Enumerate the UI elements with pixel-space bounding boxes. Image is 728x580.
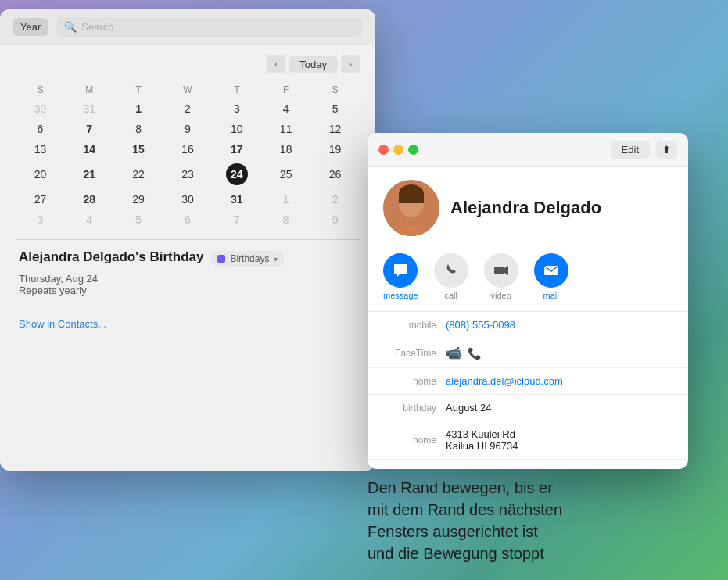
bottom-text-content: Den Rand bewegen, bis er mit dem Rand de…	[368, 479, 562, 562]
zoom-button[interactable]	[408, 145, 418, 155]
calendar-day[interactable]: 30	[16, 98, 65, 119]
message-icon	[383, 253, 418, 288]
mobile-row: mobile (808) 555-0098	[368, 312, 688, 338]
calendar-day[interactable]: 4	[261, 98, 310, 119]
search-icon: 🔍	[64, 21, 77, 33]
divider	[16, 239, 360, 240]
birthday-badge-label: Birthdays	[230, 253, 269, 264]
home-address-label: home	[383, 435, 446, 446]
calendar-day[interactable]: 17	[212, 139, 261, 159]
edit-button[interactable]: Edit	[611, 141, 650, 159]
calendar-day[interactable]: 4	[65, 209, 114, 230]
calendar-day[interactable]: 18	[261, 139, 310, 159]
today-button[interactable]: Today	[289, 56, 338, 73]
birthday-dot	[217, 255, 225, 263]
next-month-button[interactable]: ›	[341, 55, 360, 73]
mobile-label: mobile	[383, 320, 446, 331]
calendar-day[interactable]: 15	[114, 139, 163, 159]
facetime-call-icon[interactable]: 📞	[468, 347, 481, 360]
contact-details: mobile (808) 555-0098 FaceTime 📹 📞 home …	[368, 311, 688, 460]
calendar-day[interactable]: 12	[310, 119, 360, 139]
svg-marker-7	[504, 266, 508, 275]
calendar-titlebar: Year 🔍 Search	[0, 9, 375, 45]
calendar-day[interactable]: 13	[16, 139, 65, 159]
facetime-row: FaceTime 📹 📞	[368, 338, 688, 368]
search-placeholder: Search	[81, 21, 113, 33]
calendar-day[interactable]: 3	[212, 98, 261, 119]
birthday-row: birthday August 24	[368, 395, 688, 421]
day-header-mon: M	[65, 81, 114, 98]
calendar-day[interactable]: 1	[114, 98, 163, 119]
birthday-badge[interactable]: Birthdays ▾	[211, 251, 284, 267]
address-row: home 4313 Kuulei Rd Kailua HI 96734	[368, 421, 688, 460]
calendar-day[interactable]: 9	[163, 119, 213, 139]
svg-rect-3	[399, 194, 424, 203]
facetime-video-icon[interactable]: 📹	[446, 345, 461, 360]
search-bar: 🔍 Search	[56, 17, 363, 37]
email-value[interactable]: alejandra.del@icloud.com	[446, 375, 563, 387]
calendar-day[interactable]: 3	[16, 209, 65, 230]
calendar-day[interactable]: 8	[261, 209, 310, 230]
message-action-button[interactable]: message	[383, 253, 418, 300]
close-button[interactable]	[378, 145, 389, 155]
calendar-day[interactable]: 21	[65, 159, 114, 189]
calendar-day[interactable]: 6	[163, 209, 213, 230]
calendar-day[interactable]: 31	[212, 189, 261, 209]
calendar-day[interactable]: 14	[65, 139, 114, 159]
calendar-day[interactable]: 23	[163, 159, 213, 189]
minimize-button[interactable]	[393, 145, 403, 155]
calendar-day[interactable]: 27	[16, 189, 65, 209]
chevron-down-icon: ▾	[274, 255, 278, 263]
address-value: 4313 Kuulei Rd Kailua HI 96734	[446, 428, 518, 452]
year-button[interactable]: Year	[13, 18, 48, 36]
calendar-day[interactable]: 19	[310, 139, 360, 159]
day-header-tue: T	[114, 81, 163, 98]
calendar-day[interactable]: 31	[65, 98, 114, 119]
calendar-day[interactable]: 24	[212, 159, 261, 189]
calendar-day[interactable]: 5	[114, 209, 163, 230]
calendar-day[interactable]: 7	[65, 119, 114, 139]
calendar-grid: S M T W T F S 30311234567891011121314151…	[16, 81, 360, 230]
home-email-label: home	[383, 376, 446, 387]
calendar-day[interactable]: 5	[310, 98, 360, 119]
calendar-day[interactable]: 22	[114, 159, 163, 189]
event-date: Thursday, Aug 24	[19, 273, 357, 285]
day-header-thu: T	[212, 81, 261, 98]
email-row: home alejandra.del@icloud.com	[368, 368, 688, 395]
message-action-label: message	[383, 291, 418, 300]
birthday-label: birthday	[383, 403, 446, 414]
calendar-day[interactable]: 28	[65, 189, 114, 209]
call-icon	[434, 253, 468, 288]
calendar-body: ‹ Today › S M T W T F S 3031123456789101…	[0, 45, 375, 340]
mobile-value[interactable]: (808) 555-0098	[446, 319, 515, 331]
calendar-day[interactable]: 8	[114, 119, 163, 139]
calendar-day[interactable]: 30	[163, 189, 213, 209]
calendar-day[interactable]: 16	[163, 139, 213, 159]
mail-action-button[interactable]: mail	[534, 253, 568, 300]
calendar-day[interactable]: 26	[310, 159, 360, 189]
mail-action-label: mail	[543, 291, 559, 300]
action-buttons: message call video mail	[368, 249, 688, 311]
calendar-day[interactable]: 10	[212, 119, 261, 139]
show-contacts-link[interactable]: Show in Contacts...	[19, 318, 106, 330]
calendar-day[interactable]: 2	[163, 98, 213, 119]
video-action-label: video	[490, 291, 511, 300]
bottom-description: Den Rand bewegen, bis er mit dem Rand de…	[368, 477, 665, 564]
video-action-button[interactable]: video	[484, 253, 518, 300]
calendar-day[interactable]: 25	[261, 159, 310, 189]
contacts-titlebar: Edit ⬆	[368, 133, 688, 167]
calendar-day[interactable]: 6	[16, 119, 65, 139]
facetime-label: FaceTime	[383, 348, 446, 359]
call-action-button[interactable]: call	[434, 253, 468, 300]
share-button[interactable]: ⬆	[656, 141, 677, 159]
calendar-day[interactable]: 7	[212, 209, 261, 230]
traffic-lights	[378, 145, 418, 155]
calendar-day[interactable]: 29	[114, 189, 163, 209]
day-header-sat: S	[310, 81, 360, 98]
calendar-day[interactable]: 2	[310, 189, 360, 209]
calendar-day[interactable]: 1	[261, 189, 310, 209]
calendar-day[interactable]: 9	[310, 209, 360, 230]
calendar-day[interactable]: 11	[261, 119, 310, 139]
prev-month-button[interactable]: ‹	[267, 55, 285, 73]
calendar-day[interactable]: 20	[16, 159, 65, 189]
